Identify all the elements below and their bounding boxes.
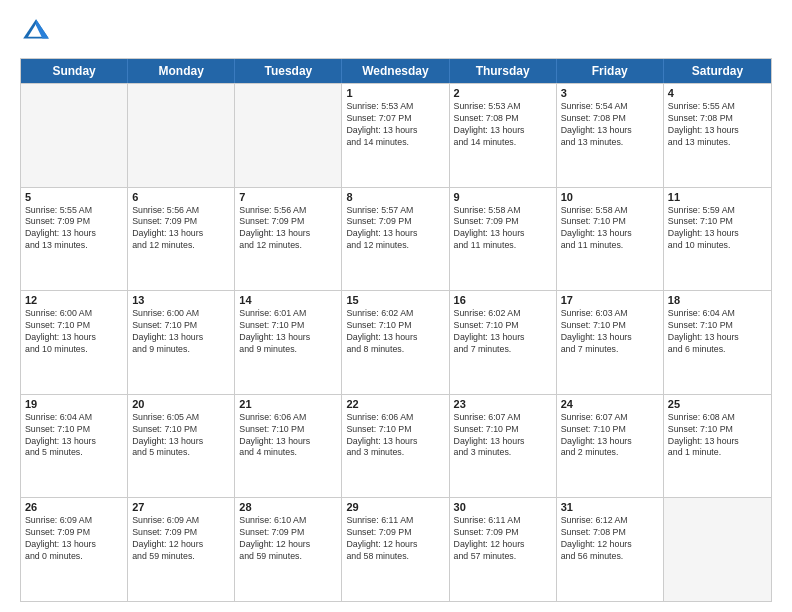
header-day: Thursday — [450, 59, 557, 83]
cell-info: Sunrise: 6:05 AM Sunset: 7:10 PM Dayligh… — [132, 412, 230, 460]
calendar-cell: 24Sunrise: 6:07 AM Sunset: 7:10 PM Dayli… — [557, 395, 664, 498]
calendar-row: 19Sunrise: 6:04 AM Sunset: 7:10 PM Dayli… — [21, 394, 771, 498]
cell-info: Sunrise: 6:00 AM Sunset: 7:10 PM Dayligh… — [25, 308, 123, 356]
calendar-cell: 25Sunrise: 6:08 AM Sunset: 7:10 PM Dayli… — [664, 395, 771, 498]
cell-info: Sunrise: 6:01 AM Sunset: 7:10 PM Dayligh… — [239, 308, 337, 356]
cell-info: Sunrise: 6:08 AM Sunset: 7:10 PM Dayligh… — [668, 412, 767, 460]
header-day: Tuesday — [235, 59, 342, 83]
calendar-cell: 20Sunrise: 6:05 AM Sunset: 7:10 PM Dayli… — [128, 395, 235, 498]
day-number: 27 — [132, 501, 230, 513]
day-number: 29 — [346, 501, 444, 513]
cell-info: Sunrise: 5:56 AM Sunset: 7:09 PM Dayligh… — [239, 205, 337, 253]
calendar-cell: 4Sunrise: 5:55 AM Sunset: 7:08 PM Daylig… — [664, 84, 771, 187]
calendar-cell: 30Sunrise: 6:11 AM Sunset: 7:09 PM Dayli… — [450, 498, 557, 601]
calendar-cell: 11Sunrise: 5:59 AM Sunset: 7:10 PM Dayli… — [664, 188, 771, 291]
calendar-cell: 10Sunrise: 5:58 AM Sunset: 7:10 PM Dayli… — [557, 188, 664, 291]
day-number: 9 — [454, 191, 552, 203]
day-number: 24 — [561, 398, 659, 410]
calendar-cell: 19Sunrise: 6:04 AM Sunset: 7:10 PM Dayli… — [21, 395, 128, 498]
calendar-cell — [128, 84, 235, 187]
calendar-header: SundayMondayTuesdayWednesdayThursdayFrid… — [21, 59, 771, 83]
calendar-cell: 21Sunrise: 6:06 AM Sunset: 7:10 PM Dayli… — [235, 395, 342, 498]
calendar-row: 1Sunrise: 5:53 AM Sunset: 7:07 PM Daylig… — [21, 83, 771, 187]
cell-info: Sunrise: 5:55 AM Sunset: 7:08 PM Dayligh… — [668, 101, 767, 149]
cell-info: Sunrise: 6:09 AM Sunset: 7:09 PM Dayligh… — [132, 515, 230, 563]
day-number: 25 — [668, 398, 767, 410]
header — [20, 16, 772, 48]
cell-info: Sunrise: 5:55 AM Sunset: 7:09 PM Dayligh… — [25, 205, 123, 253]
day-number: 13 — [132, 294, 230, 306]
calendar-cell: 9Sunrise: 5:58 AM Sunset: 7:09 PM Daylig… — [450, 188, 557, 291]
calendar-cell: 18Sunrise: 6:04 AM Sunset: 7:10 PM Dayli… — [664, 291, 771, 394]
day-number: 19 — [25, 398, 123, 410]
calendar-body: 1Sunrise: 5:53 AM Sunset: 7:07 PM Daylig… — [21, 83, 771, 601]
calendar-cell: 2Sunrise: 5:53 AM Sunset: 7:08 PM Daylig… — [450, 84, 557, 187]
day-number: 16 — [454, 294, 552, 306]
cell-info: Sunrise: 5:59 AM Sunset: 7:10 PM Dayligh… — [668, 205, 767, 253]
day-number: 1 — [346, 87, 444, 99]
calendar-cell: 27Sunrise: 6:09 AM Sunset: 7:09 PM Dayli… — [128, 498, 235, 601]
cell-info: Sunrise: 6:03 AM Sunset: 7:10 PM Dayligh… — [561, 308, 659, 356]
calendar-cell — [664, 498, 771, 601]
day-number: 2 — [454, 87, 552, 99]
cell-info: Sunrise: 6:11 AM Sunset: 7:09 PM Dayligh… — [346, 515, 444, 563]
cell-info: Sunrise: 6:00 AM Sunset: 7:10 PM Dayligh… — [132, 308, 230, 356]
day-number: 31 — [561, 501, 659, 513]
cell-info: Sunrise: 5:54 AM Sunset: 7:08 PM Dayligh… — [561, 101, 659, 149]
cell-info: Sunrise: 6:12 AM Sunset: 7:08 PM Dayligh… — [561, 515, 659, 563]
cell-info: Sunrise: 6:07 AM Sunset: 7:10 PM Dayligh… — [561, 412, 659, 460]
calendar-cell: 17Sunrise: 6:03 AM Sunset: 7:10 PM Dayli… — [557, 291, 664, 394]
logo-icon — [20, 16, 52, 48]
cell-info: Sunrise: 5:58 AM Sunset: 7:09 PM Dayligh… — [454, 205, 552, 253]
day-number: 12 — [25, 294, 123, 306]
day-number: 17 — [561, 294, 659, 306]
calendar-cell — [21, 84, 128, 187]
header-day: Saturday — [664, 59, 771, 83]
calendar-cell: 29Sunrise: 6:11 AM Sunset: 7:09 PM Dayli… — [342, 498, 449, 601]
cell-info: Sunrise: 5:53 AM Sunset: 7:08 PM Dayligh… — [454, 101, 552, 149]
day-number: 22 — [346, 398, 444, 410]
calendar-row: 26Sunrise: 6:09 AM Sunset: 7:09 PM Dayli… — [21, 497, 771, 601]
header-day: Monday — [128, 59, 235, 83]
calendar: SundayMondayTuesdayWednesdayThursdayFrid… — [20, 58, 772, 602]
day-number: 5 — [25, 191, 123, 203]
day-number: 20 — [132, 398, 230, 410]
calendar-cell: 6Sunrise: 5:56 AM Sunset: 7:09 PM Daylig… — [128, 188, 235, 291]
cell-info: Sunrise: 6:06 AM Sunset: 7:10 PM Dayligh… — [239, 412, 337, 460]
calendar-cell: 5Sunrise: 5:55 AM Sunset: 7:09 PM Daylig… — [21, 188, 128, 291]
cell-info: Sunrise: 5:57 AM Sunset: 7:09 PM Dayligh… — [346, 205, 444, 253]
calendar-cell: 8Sunrise: 5:57 AM Sunset: 7:09 PM Daylig… — [342, 188, 449, 291]
calendar-row: 5Sunrise: 5:55 AM Sunset: 7:09 PM Daylig… — [21, 187, 771, 291]
day-number: 30 — [454, 501, 552, 513]
logo — [20, 16, 54, 48]
calendar-cell: 28Sunrise: 6:10 AM Sunset: 7:09 PM Dayli… — [235, 498, 342, 601]
cell-info: Sunrise: 6:02 AM Sunset: 7:10 PM Dayligh… — [454, 308, 552, 356]
calendar-cell — [235, 84, 342, 187]
header-day: Friday — [557, 59, 664, 83]
calendar-cell: 16Sunrise: 6:02 AM Sunset: 7:10 PM Dayli… — [450, 291, 557, 394]
cell-info: Sunrise: 6:06 AM Sunset: 7:10 PM Dayligh… — [346, 412, 444, 460]
cell-info: Sunrise: 6:11 AM Sunset: 7:09 PM Dayligh… — [454, 515, 552, 563]
calendar-cell: 13Sunrise: 6:00 AM Sunset: 7:10 PM Dayli… — [128, 291, 235, 394]
day-number: 18 — [668, 294, 767, 306]
calendar-cell: 3Sunrise: 5:54 AM Sunset: 7:08 PM Daylig… — [557, 84, 664, 187]
calendar-cell: 23Sunrise: 6:07 AM Sunset: 7:10 PM Dayli… — [450, 395, 557, 498]
header-day: Sunday — [21, 59, 128, 83]
calendar-row: 12Sunrise: 6:00 AM Sunset: 7:10 PM Dayli… — [21, 290, 771, 394]
day-number: 28 — [239, 501, 337, 513]
day-number: 7 — [239, 191, 337, 203]
day-number: 23 — [454, 398, 552, 410]
calendar-cell: 1Sunrise: 5:53 AM Sunset: 7:07 PM Daylig… — [342, 84, 449, 187]
day-number: 3 — [561, 87, 659, 99]
day-number: 8 — [346, 191, 444, 203]
cell-info: Sunrise: 6:04 AM Sunset: 7:10 PM Dayligh… — [668, 308, 767, 356]
day-number: 10 — [561, 191, 659, 203]
day-number: 11 — [668, 191, 767, 203]
cell-info: Sunrise: 5:56 AM Sunset: 7:09 PM Dayligh… — [132, 205, 230, 253]
calendar-cell: 7Sunrise: 5:56 AM Sunset: 7:09 PM Daylig… — [235, 188, 342, 291]
day-number: 6 — [132, 191, 230, 203]
day-number: 14 — [239, 294, 337, 306]
calendar-cell: 26Sunrise: 6:09 AM Sunset: 7:09 PM Dayli… — [21, 498, 128, 601]
cell-info: Sunrise: 5:58 AM Sunset: 7:10 PM Dayligh… — [561, 205, 659, 253]
day-number: 26 — [25, 501, 123, 513]
